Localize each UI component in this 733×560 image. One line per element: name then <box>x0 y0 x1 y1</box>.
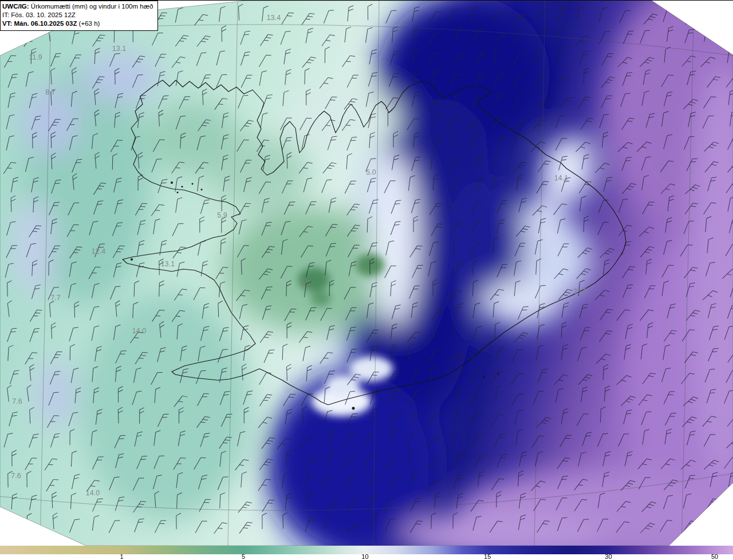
colorbar-tick-label: 1 <box>120 553 123 560</box>
colorbar-tick-label: 10 <box>361 553 368 560</box>
valid-time: VT: Mán. 06.10.2025 03Z <box>2 20 77 27</box>
product-id: UWC/IG: <box>2 3 29 10</box>
lead-time: (+63 h) <box>77 20 100 27</box>
weather-map-page: 13.413.111.98.75.014.15.912.413.13.523.5… <box>0 0 733 560</box>
colorbar-tick-label: 15 <box>484 553 491 560</box>
valid-time-line: VT: Mán. 06.10.2025 03Z (+63 h) <box>2 19 153 28</box>
product-description: Úrkomumætti (mm) og vindur i 100m hæð <box>29 3 153 10</box>
map-canvas: 13.413.111.98.75.014.15.912.413.13.523.5… <box>0 1 733 546</box>
colorbar-tick-row: 1510153050 <box>0 554 733 560</box>
colorbar-tick-label: 50 <box>711 553 718 560</box>
product-title-line: UWC/IG: Úrkomumætti (mm) og vindur i 100… <box>2 2 153 11</box>
colorbar-tick-label: 5 <box>242 553 245 560</box>
precip-colorbar: 1510153050 <box>0 546 733 560</box>
weather-map-svg <box>0 1 733 546</box>
product-info-panel: UWC/IG: Úrkomumætti (mm) og vindur i 100… <box>0 1 158 31</box>
colorbar-tick-label: 30 <box>605 553 612 560</box>
init-time-line: IT: Fös. 03. 10. 2025 12Z <box>2 11 153 19</box>
